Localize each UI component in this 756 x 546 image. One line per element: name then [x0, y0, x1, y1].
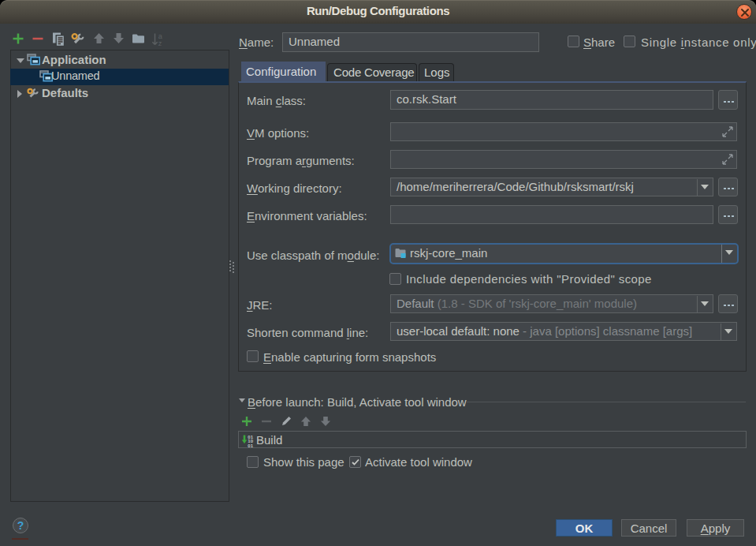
- svg-text:z: z: [158, 39, 162, 46]
- svg-text:01: 01: [248, 443, 254, 447]
